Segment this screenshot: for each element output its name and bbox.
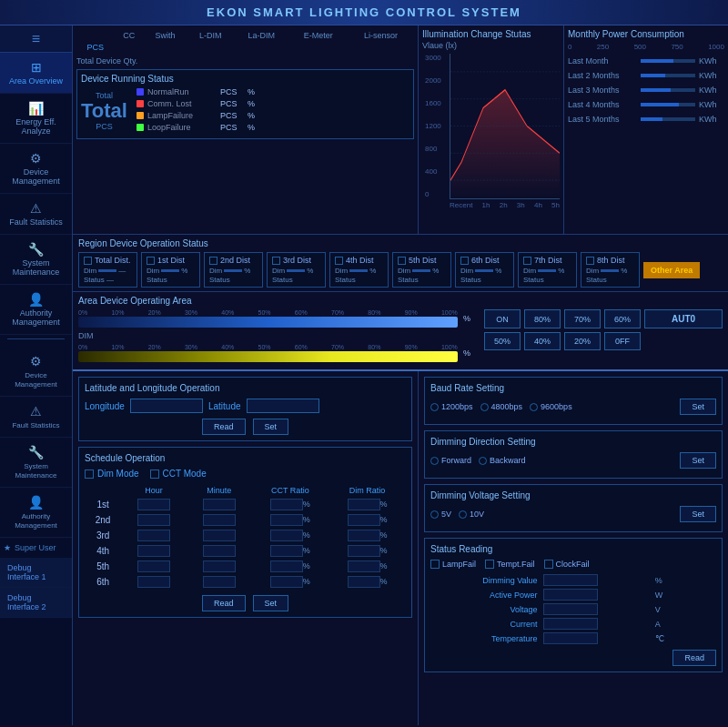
other-area-button[interactable]: Other Area [643,262,700,278]
cct-input[interactable] [270,560,303,572]
btn-50[interactable]: 50% [484,332,521,350]
btn-80[interactable]: 80% [524,309,561,328]
sidebar-item-area-overview[interactable]: ⊞ Area Overview [0,53,72,94]
cct-mode-label[interactable]: CCT Mode [150,469,207,479]
dim-input[interactable] [348,576,380,588]
cct-input[interactable] [270,514,303,526]
btn-on[interactable]: ON [484,309,521,328]
sidebar-item-device-mgmt[interactable]: ⚙ Device Management [0,144,72,194]
dimming-dir-set-btn[interactable]: Set [680,452,716,469]
dimming-volt-set-btn[interactable]: Set [680,506,716,522]
sidebar-item-maintenance[interactable]: 🔧 System Maintenance [0,235,72,285]
baud-set-btn[interactable]: Set [680,399,716,415]
hour-input[interactable] [137,576,170,588]
lat-lng-read-btn[interactable]: Read [202,419,246,435]
volt-10v[interactable]: 10V [459,510,484,519]
dim-input[interactable] [348,514,380,526]
dist-total-checkbox[interactable] [84,257,92,265]
hour-input[interactable] [137,499,170,510]
dim-input[interactable] [348,499,380,510]
mode-checkbox-row: Dim Mode CCT Mode [85,469,406,479]
radio-4800[interactable] [480,403,489,411]
radio-5v[interactable] [430,510,439,519]
minute-input[interactable] [203,545,236,557]
sidebar-item-authority2[interactable]: 👤 Authority Management [0,488,72,538]
sidebar-item-energy[interactable]: 📊 Energy Eff. Analyze [0,94,72,144]
radio-forward[interactable] [430,457,439,465]
slider-1-pct: % [463,314,477,323]
cct-mode-checkbox[interactable] [150,470,159,479]
dist-2-checkbox[interactable] [209,257,217,265]
schedule-read-btn[interactable]: Read [202,595,246,611]
hour-input[interactable] [137,530,170,541]
slider-track-2[interactable] [78,351,458,362]
clock-fail-checkbox[interactable] [544,560,553,569]
status-reading-grid: Dimming Value % Active Power W Voltage V… [430,574,716,644]
longitude-input[interactable] [130,399,203,413]
temperature-input[interactable] [543,632,598,644]
sidebar-item-maintenance2[interactable]: 🔧 System Maintenance [0,438,72,488]
dir-backward[interactable]: Backward [479,456,526,465]
slider-track-1[interactable] [78,317,458,328]
sidebar-debug2[interactable]: Debug Interface 2 [0,588,72,618]
dimming-value-input[interactable] [543,574,598,586]
tempt-fail[interactable]: Tempt.Fail [485,560,535,569]
radio-backward[interactable] [479,457,487,465]
radio-1200[interactable] [430,403,439,411]
dim-input[interactable] [348,545,380,557]
dir-forward[interactable]: Forward [430,456,471,465]
cct-input[interactable] [270,576,303,588]
cct-input[interactable] [270,499,303,510]
btn-20[interactable]: 20% [564,332,601,350]
minute-input[interactable] [203,499,236,510]
current-input[interactable] [543,618,598,630]
minute-input[interactable] [203,514,236,526]
status-read-btn[interactable]: Read [672,650,716,666]
latitude-input[interactable] [247,399,319,413]
baud-4800[interactable]: 4800bps [480,402,523,411]
cct-input[interactable] [270,545,303,557]
sidebar-item-authority[interactable]: 👤 Authority Management [0,285,72,335]
sidebar-item-device-mgmt2[interactable]: ⚙ Device Management [0,347,72,397]
baud-1200[interactable]: 1200bps [430,402,473,411]
radio-9600[interactable] [530,403,538,411]
radio-10v[interactable] [459,510,467,519]
volt-5v[interactable]: 5V [430,510,451,519]
clock-fail[interactable]: ClockFail [544,560,590,569]
dist-5-checkbox[interactable] [398,257,406,265]
voltage-input[interactable] [543,603,598,615]
lat-lng-set-btn[interactable]: Set [253,419,289,435]
dim-input[interactable] [348,530,380,541]
minute-input[interactable] [203,576,236,588]
dim-mode-label[interactable]: Dim Mode [85,469,139,479]
sidebar-item-fault2[interactable]: ⚠ Fault Statistics [0,397,72,438]
dim-input[interactable] [348,560,380,572]
dist-7-checkbox[interactable] [523,257,531,265]
dist-3-checkbox[interactable] [272,257,280,265]
slider-row-2: 0%10%20%30%40%50%60%70%80%90%100% % [78,344,477,362]
schedule-set-btn[interactable]: Set [253,595,289,611]
btn-auto[interactable]: AUT0 [644,309,723,328]
btn-60[interactable]: 60% [604,309,641,328]
minute-input[interactable] [203,560,236,572]
cct-input[interactable] [270,530,303,541]
hour-input[interactable] [137,514,170,526]
dist-1-checkbox[interactable] [147,257,155,265]
dist-4-checkbox[interactable] [335,257,343,265]
sidebar-item-fault[interactable]: ⚠ Fault Statistics [0,194,72,235]
baud-9600[interactable]: 9600bps [530,402,572,411]
dist-6-checkbox[interactable] [460,257,469,265]
hour-input[interactable] [137,545,170,557]
dist-8-checkbox[interactable] [586,257,594,265]
sidebar-debug1[interactable]: Debug Interface 1 [0,558,72,588]
dim-mode-checkbox[interactable] [85,470,94,479]
tempt-fail-checkbox[interactable] [485,560,494,569]
btn-70[interactable]: 70% [564,309,601,328]
lamp-fail[interactable]: LampFail [430,560,476,569]
lamp-fail-checkbox[interactable] [430,560,440,569]
hour-input[interactable] [137,560,170,572]
active-power-input[interactable] [543,589,598,601]
minute-input[interactable] [203,530,236,541]
btn-40[interactable]: 40% [524,332,561,350]
btn-off[interactable]: 0FF [604,332,641,350]
